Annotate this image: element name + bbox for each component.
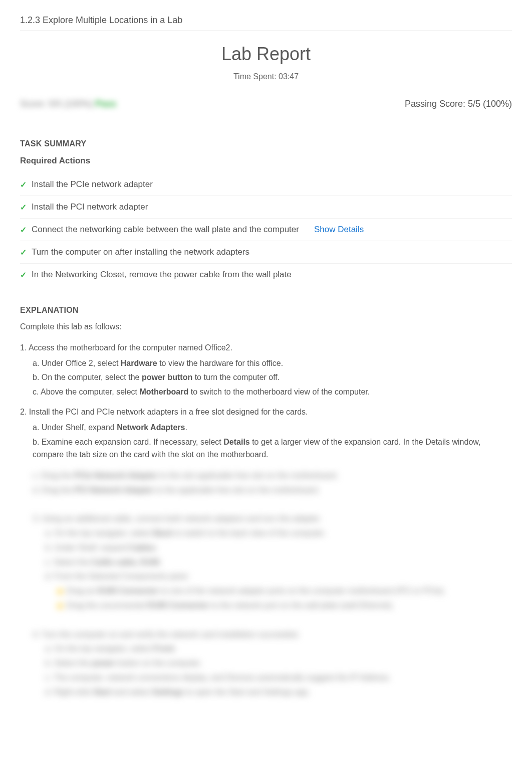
action-text: Install the PCI network adapter — [32, 202, 148, 212]
check-icon: ✓ — [20, 180, 27, 189]
task-summary-section: TASK SUMMARY Required Actions ✓ Install … — [20, 139, 512, 286]
sub-list: Under Office 2, select Hardware to view … — [33, 357, 512, 399]
explanation-list: Access the motherboard for the computer … — [20, 341, 512, 461]
substep: On the computer, select the power button… — [33, 371, 512, 384]
action-item: ✓ Install the PCIe network adapter — [20, 173, 512, 196]
task-summary-title: TASK SUMMARY — [20, 139, 512, 148]
passing-score: Passing Score: 5/5 (100%) — [405, 99, 512, 109]
action-text: Connect the networking cable between the… — [32, 225, 299, 235]
step-text: Access the motherboard for the computer … — [29, 343, 232, 352]
action-item: ✓ Connect the networking cable between t… — [20, 219, 512, 241]
substep: Above the computer, select Motherboard t… — [33, 385, 512, 399]
score-blurred: Score: 5/5 (100%) Pass — [20, 99, 116, 109]
show-details-link[interactable]: Show Details — [314, 225, 364, 235]
explanation-step: Install the PCI and PCIe network adapter… — [20, 406, 512, 461]
explanation-title: EXPLANATION — [20, 306, 512, 315]
check-icon: ✓ — [20, 225, 27, 235]
action-item: ✓ Install the PCI network adapter — [20, 196, 512, 219]
sub-list: Under Shelf, expand Network Adapters. Ex… — [33, 421, 512, 461]
action-item: ✓ Turn the computer on after installing … — [20, 241, 512, 264]
explanation-intro: Complete this lab as follows: — [20, 322, 512, 331]
action-text: Turn the computer on after installing th… — [32, 247, 249, 257]
substep: Examine each expansion card. If necessar… — [33, 436, 512, 461]
explanation-step: Access the motherboard for the computer … — [20, 341, 512, 398]
breadcrumb: 1.2.3 Explore Multiple Locations in a La… — [20, 15, 512, 31]
step-text: Install the PCI and PCIe network adapter… — [29, 408, 308, 416]
page-title: Lab Report — [20, 44, 512, 65]
time-spent: Time Spent: 03:47 — [20, 72, 512, 81]
action-item: ✓ In the Networking Closet, remove the p… — [20, 264, 512, 286]
action-text: In the Networking Closet, remove the pow… — [32, 270, 292, 280]
check-icon: ✓ — [20, 203, 27, 212]
check-icon: ✓ — [20, 248, 27, 257]
substep: Under Office 2, select Hardware to view … — [33, 357, 512, 370]
score-row: Score: 5/5 (100%) Pass Passing Score: 5/… — [20, 99, 512, 109]
explanation-section: EXPLANATION Complete this lab as follows… — [20, 306, 512, 700]
action-list: ✓ Install the PCIe network adapter ✓ Ins… — [20, 173, 512, 286]
action-text: Install the PCIe network adapter — [32, 179, 153, 189]
substep: Under Shelf, expand Network Adapters. — [33, 421, 512, 434]
blurred-content: c. Drag the PCIe Network Adapter to the … — [20, 469, 512, 700]
required-actions-title: Required Actions — [20, 156, 512, 166]
check-icon: ✓ — [20, 270, 27, 280]
